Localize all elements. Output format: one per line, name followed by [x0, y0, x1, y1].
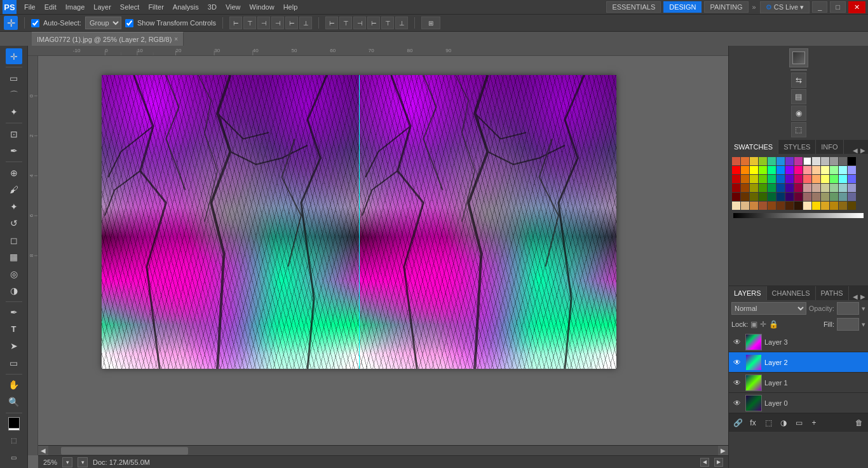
- menu-layer[interactable]: Layer: [90, 2, 115, 12]
- align-vcenter-btn[interactable]: ⊢: [285, 17, 298, 29]
- swatch[interactable]: [830, 202, 838, 210]
- swatch[interactable]: [785, 166, 794, 174]
- path-select-tool[interactable]: ➤: [6, 338, 22, 354]
- lock-all-btn[interactable]: 🔒: [769, 320, 778, 329]
- menu-filter[interactable]: Filter: [144, 2, 167, 12]
- swatch[interactable]: [812, 202, 820, 210]
- dist-vcenter-btn[interactable]: ⊤: [381, 17, 394, 29]
- dist-left-btn[interactable]: ⊢: [325, 17, 338, 29]
- minimize-btn[interactable]: _: [812, 1, 827, 13]
- swatch[interactable]: [759, 202, 767, 210]
- swatch[interactable]: [821, 202, 829, 210]
- menu-image[interactable]: Image: [62, 2, 89, 12]
- swatch[interactable]: [759, 193, 767, 201]
- swatch[interactable]: [812, 193, 820, 201]
- color-mode-btn[interactable]: ◉: [791, 106, 806, 121]
- swatch[interactable]: [759, 166, 767, 174]
- swatch[interactable]: [759, 157, 767, 165]
- auto-align-btn[interactable]: ⊞: [421, 17, 440, 29]
- swatch[interactable]: [732, 166, 740, 174]
- swatch[interactable]: [750, 175, 758, 183]
- swatch[interactable]: [768, 157, 776, 165]
- layer-2-item[interactable]: 👁 Layer 2: [729, 352, 868, 373]
- swatch[interactable]: [776, 202, 785, 210]
- opacity-arrow[interactable]: ▾: [862, 305, 865, 313]
- swatch[interactable]: [768, 184, 776, 192]
- fill-arrow[interactable]: ▾: [862, 320, 865, 329]
- fg-color-swatch[interactable]: [8, 417, 20, 429]
- fg-color-right[interactable]: [789, 48, 808, 67]
- swatch[interactable]: [821, 166, 829, 174]
- workspace-essentials[interactable]: ESSENTIALS: [606, 1, 661, 13]
- restore-btn[interactable]: □: [830, 1, 846, 13]
- align-left-btn[interactable]: ⊢: [229, 17, 242, 29]
- swatch[interactable]: [776, 193, 785, 201]
- layer-1-item[interactable]: 👁 Layer 1: [729, 373, 868, 393]
- layer-3-visibility[interactable]: 👁: [731, 336, 743, 348]
- healing-tool[interactable]: ⊕: [6, 165, 22, 181]
- dist-right-btn[interactable]: ⊣: [353, 17, 366, 29]
- swatch[interactable]: [830, 175, 838, 183]
- swatch[interactable]: [741, 166, 749, 174]
- swatch[interactable]: [803, 184, 811, 192]
- cs-live-btn[interactable]: ⚙ CS Live ▾: [760, 1, 810, 13]
- tab-close-btn[interactable]: ×: [174, 36, 178, 43]
- canvas-container[interactable]: [38, 56, 728, 455]
- align-top-btn[interactable]: ⊣: [271, 17, 284, 29]
- pen-tool[interactable]: ✒: [6, 305, 22, 320]
- swatch[interactable]: [776, 184, 785, 192]
- menu-analysis[interactable]: Analysis: [169, 2, 203, 12]
- auto-select-checkbox[interactable]: [31, 19, 39, 27]
- layer-0-visibility[interactable]: 👁: [731, 397, 743, 409]
- swatch[interactable]: [776, 157, 785, 165]
- menu-view[interactable]: View: [222, 2, 245, 12]
- swatch[interactable]: [741, 175, 749, 183]
- swatch[interactable]: [785, 175, 794, 183]
- workspace-painting[interactable]: PAINTING: [704, 1, 748, 13]
- menu-3d[interactable]: 3D: [204, 2, 220, 12]
- swatch[interactable]: [732, 184, 740, 192]
- workspace-design[interactable]: DESIGN: [663, 1, 702, 13]
- swatch[interactable]: [812, 175, 820, 183]
- swatch[interactable]: [759, 175, 767, 183]
- menu-help[interactable]: Help: [280, 2, 302, 12]
- move-tool[interactable]: ✛: [6, 48, 22, 64]
- lock-position-btn[interactable]: ✛: [760, 320, 766, 329]
- swatch[interactable]: [803, 202, 811, 210]
- swatch[interactable]: [848, 202, 856, 210]
- swatch[interactable]: [830, 184, 838, 192]
- blur-tool[interactable]: ◎: [6, 266, 22, 282]
- layer-3-item[interactable]: 👁 Layer 3: [729, 332, 868, 352]
- swatches-tab[interactable]: SWATCHES: [729, 140, 778, 154]
- swatch[interactable]: [803, 193, 811, 201]
- swatch[interactable]: [732, 193, 740, 201]
- blend-mode-select[interactable]: Normal Multiply Screen Overlay: [731, 302, 806, 315]
- swatch[interactable]: [848, 175, 856, 183]
- swatch[interactable]: [839, 184, 847, 192]
- swatch[interactable]: [768, 166, 776, 174]
- dist-bottom-btn[interactable]: ⊥: [395, 17, 408, 29]
- swatch[interactable]: [732, 202, 740, 210]
- zoom-tool[interactable]: 🔍: [6, 394, 22, 410]
- swatch[interactable]: [839, 202, 847, 210]
- show-transform-checkbox[interactable]: [125, 19, 133, 27]
- swatch[interactable]: [750, 193, 758, 201]
- swatch[interactable]: [750, 157, 758, 165]
- swatch[interactable]: [741, 202, 749, 210]
- swatch[interactable]: [830, 193, 838, 201]
- align-bottom-btn[interactable]: ⊥: [299, 17, 312, 29]
- hand-tool[interactable]: ✋: [6, 377, 22, 393]
- mask-btn[interactable]: ⬚: [791, 122, 806, 137]
- styles-tab[interactable]: STYLES: [778, 140, 816, 154]
- swatch[interactable]: [848, 157, 856, 165]
- zoom-flyout-btn[interactable]: ▾: [62, 457, 72, 467]
- swatch[interactable]: [794, 157, 803, 165]
- info-tab[interactable]: INFO: [816, 140, 843, 154]
- layer-fx-btn[interactable]: fx: [747, 416, 759, 429]
- layer-1-visibility[interactable]: 👁: [731, 377, 743, 389]
- document-tab[interactable]: IMAG0772 (1).jpg @ 25% (Layer 2, RGB/8) …: [32, 32, 184, 46]
- fill-input[interactable]: 100%: [837, 318, 859, 331]
- swatch[interactable]: [794, 166, 803, 174]
- align-center-btn[interactable]: ⊤: [243, 17, 256, 29]
- swatch[interactable]: [803, 166, 811, 174]
